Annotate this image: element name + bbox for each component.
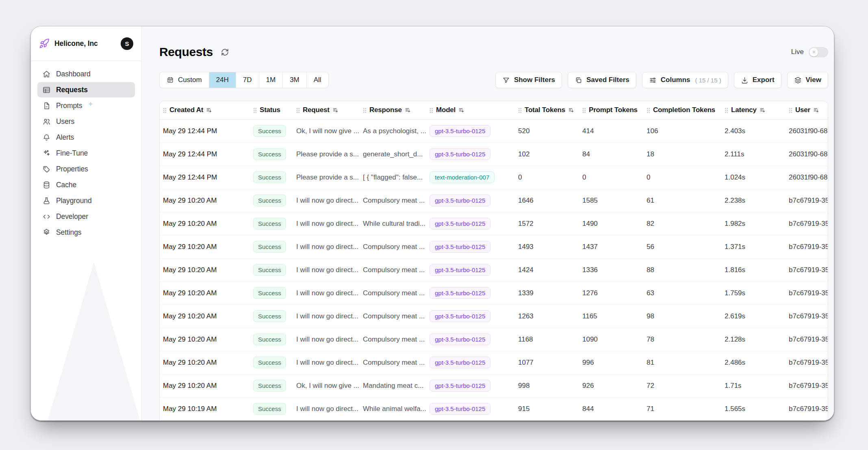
download-icon [741,76,749,84]
button-label: View [806,76,821,84]
cell-user: 26031f90-68 [786,143,828,166]
cell-user: b7c67919-35 [786,374,828,397]
main-content: Requests Live Custom24H7D1M3MAll Show Fi… [142,26,834,420]
show-filters-button[interactable]: Show Filters [495,72,562,88]
drag-handle-icon[interactable] [582,107,586,113]
cell-total-tokens: 1168 [515,328,579,351]
table-row[interactable]: May 29 12:44 PMSuccessPlease provide a s… [160,166,828,189]
column-header-user[interactable]: User [786,101,828,119]
cell-request: Please provide a s... [293,166,360,189]
cell-latency: 1.024s [721,166,786,189]
column-header-status[interactable]: Status [250,101,293,119]
sidebar-item-requests[interactable]: Requests [37,82,135,97]
cell-model: gpt-3.5-turbo-0125 [426,143,515,166]
cell-total-tokens: 998 [515,374,579,397]
toolbar: Custom24H7D1M3MAll Show FiltersSaved Fil… [159,72,828,88]
time-range-custom[interactable]: Custom [160,72,209,88]
table-row[interactable]: May 29 10:20 AMSuccessI will now go dire… [160,189,828,212]
sidebar-item-properties[interactable]: Properties [37,161,135,177]
drag-handle-icon[interactable] [725,107,728,113]
table-row[interactable]: May 29 10:20 AMSuccessI will now go dire… [160,328,828,351]
drag-handle-icon[interactable] [363,107,367,113]
cell-prompt-tokens: 1437 [579,235,643,258]
table-row[interactable]: May 29 10:19 AMSuccessI will now go dire… [160,397,828,420]
sidebar-item-settings[interactable]: Settings [37,225,135,240]
table-row[interactable]: May 29 12:44 PMSuccessPlease provide a s… [160,143,828,166]
table-row[interactable]: May 29 10:20 AMSuccessI will now go dire… [160,281,828,305]
refresh-icon[interactable] [220,48,230,57]
drag-handle-icon[interactable] [163,107,167,113]
drag-handle-icon[interactable] [296,107,300,113]
sidebar-item-dashboard[interactable]: Dashboard [37,66,135,82]
table-row[interactable]: May 29 10:20 AMSuccessI will now go dire… [160,258,828,281]
time-range-7d[interactable]: 7D [236,72,259,88]
drag-handle-icon[interactable] [253,107,257,113]
column-header-prompt-tokens[interactable]: Prompt Tokens [579,101,643,119]
view-button[interactable]: View [787,72,828,88]
sidebar-item-users[interactable]: Users [37,114,135,129]
saved-filters-button[interactable]: Saved Filters [568,72,636,88]
time-range-1m[interactable]: 1M [259,72,283,88]
sort-icon[interactable] [760,107,766,113]
cell-status: Success [250,189,293,212]
sidebar: Helicone, Inc S DashboardRequestsPrompts… [31,26,142,420]
model-badge: gpt-3.5-turbo-0125 [430,287,490,299]
table-row[interactable]: May 29 10:20 AMSuccessOk, I will now giv… [160,374,828,397]
sort-icon[interactable] [206,107,212,113]
sort-icon[interactable] [405,107,411,113]
table-row[interactable]: May 29 10:20 AMSuccessI will now go dire… [160,305,828,328]
cell-response: Compulsory meat ... [360,351,426,374]
sidebar-item-label: Fine-Tune [56,149,88,158]
cell-total-tokens: 1572 [515,212,579,235]
column-header-model[interactable]: Model [426,101,515,119]
sort-icon[interactable] [458,107,464,113]
table-row[interactable]: May 29 10:20 AMSuccessI will now go dire… [160,212,828,235]
column-header-latency[interactable]: Latency [721,101,786,119]
table-row[interactable]: May 29 10:20 AMSuccessI will now go dire… [160,235,828,258]
org-header[interactable]: Helicone, Inc S [31,26,141,61]
live-toggle[interactable] [809,47,828,57]
sidebar-item-playground[interactable]: Playground [37,193,135,208]
cell-total-tokens: 1077 [515,351,579,374]
sort-icon[interactable] [332,107,339,113]
sidebar-item-prompts[interactable]: Prompts [37,98,135,113]
sidebar-item-fine-tune[interactable]: Fine-Tune [37,145,135,161]
column-header-created-at[interactable]: Created At [160,101,250,119]
live-toggle-knob [809,48,818,56]
cell-completion-tokens: 61 [643,189,721,212]
cell-prompt-tokens: 844 [579,397,643,420]
table-row[interactable]: May 29 12:44 PMSuccessOk, I will now giv… [160,119,828,143]
sort-icon[interactable] [568,107,574,113]
page-header: Requests Live [159,44,828,60]
cell-prompt-tokens: 0 [579,166,643,189]
sidebar-item-cache[interactable]: Cache [37,177,135,193]
database-icon [42,181,51,189]
status-badge: Success [253,333,286,345]
cell-latency: 1.759s [721,281,786,305]
drag-handle-icon[interactable] [518,107,522,113]
sort-icon[interactable] [813,107,819,113]
sparkles-icon [42,149,51,158]
columns-button[interactable]: Columns( 15 / 15 ) [642,72,728,88]
table-row[interactable]: May 29 10:20 AMSuccessI will now go dire… [160,351,828,374]
drag-handle-icon[interactable] [647,107,650,113]
time-range-3m[interactable]: 3M [282,72,306,88]
time-range-24h[interactable]: 24H [209,72,236,88]
cell-completion-tokens: 63 [643,281,721,305]
sidebar-item-developer[interactable]: Developer [37,209,135,224]
column-header-response[interactable]: Response [360,101,426,119]
cell-request: Ok, I will now give ... [293,374,360,397]
cell-request: Please provide a s... [293,143,360,166]
column-header-total-tokens[interactable]: Total Tokens [515,101,579,119]
button-label: Show Filters [514,76,555,84]
cell-model: gpt-3.5-turbo-0125 [426,258,515,281]
time-range-all[interactable]: All [306,72,328,88]
export-button[interactable]: Export [734,72,781,88]
user-avatar[interactable]: S [121,37,133,50]
status-badge: Success [253,148,286,160]
column-header-request[interactable]: Request [293,101,360,119]
sidebar-item-alerts[interactable]: Alerts [37,130,135,145]
drag-handle-icon[interactable] [430,107,433,113]
column-header-completion-tokens[interactable]: Completion Tokens [643,101,721,119]
drag-handle-icon[interactable] [789,107,792,113]
